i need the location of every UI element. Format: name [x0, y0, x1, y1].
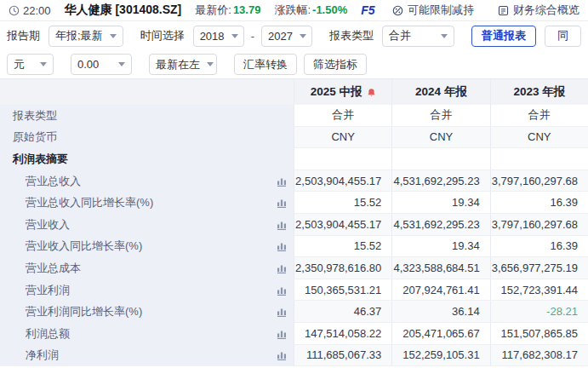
table-row: 利润总额 147,514,058.22 205,471,065.67 151,5… [0, 323, 588, 345]
order-value: 最新在左 [156, 57, 200, 72]
time-label: 22:00 [23, 4, 51, 17]
cell-value: 合并 [490, 105, 588, 127]
cell-value: 46.37 [294, 301, 391, 323]
row-label: 营业收入 [26, 217, 70, 233]
report-type-label: 报表类型 [329, 28, 374, 43]
cell-value: 150,365,531.21 [294, 279, 391, 302]
row-label-cell: 营业收入 [0, 214, 294, 236]
chevron-down-icon [231, 34, 238, 38]
row-label: 报表类型 [13, 108, 57, 124]
row-label: 营业收入同比增长率(%) [26, 239, 142, 254]
financial-overview-link[interactable]: 财务综合概览 [498, 3, 579, 18]
order-select[interactable]: 最新在左 [149, 54, 217, 75]
cell-value: 152,259,105.31 [391, 345, 489, 367]
fx-convert-button[interactable]: 汇率转换 [234, 54, 297, 75]
unit-value: 元 [14, 57, 25, 72]
row-label: 利润总额 [26, 326, 70, 342]
compare-report-button[interactable]: 同 [545, 26, 581, 47]
cell-value: 16.39 [490, 192, 588, 214]
report-period-label: 报告期 [7, 28, 40, 43]
cell-value: 147,514,058.22 [294, 323, 391, 345]
filter-indicator-button[interactable]: 筛选指标 [304, 54, 367, 75]
report-period-value: 年报;最新 [55, 28, 103, 43]
change-label: 涨跌幅: [274, 3, 311, 16]
cell-value: CNY [490, 127, 588, 149]
financial-overview-label: 财务综合概览 [513, 3, 579, 18]
bell-icon[interactable] [367, 88, 376, 97]
cell-value: 4,531,692,295.23 [391, 170, 489, 193]
cell-value: 117,682,308.17 [490, 345, 588, 367]
decimal-value: 0.00 [77, 58, 99, 71]
table-row: 营业总收入 2,503,904,455.17 4,531,692,295.23 … [0, 170, 588, 193]
change-value: -1.50% [312, 3, 347, 16]
row-label: 净利润 [26, 348, 59, 363]
cell-value: CNY [294, 127, 391, 149]
bar-chart-icon[interactable] [277, 198, 287, 208]
row-label-cell: 利润表摘要 [0, 148, 294, 170]
bar-chart-icon[interactable] [277, 307, 287, 317]
row-label-cell: 净利润 [0, 345, 294, 367]
year-from-select[interactable]: 2018 [193, 26, 244, 47]
report-period-select[interactable]: 年报;最新 [49, 26, 123, 47]
bar-chart-icon[interactable] [277, 241, 287, 251]
chevron-down-icon [207, 62, 214, 66]
latest-price-label: 最新价: [195, 3, 231, 16]
row-label-cell: 营业总收入 [0, 170, 294, 193]
row-label: 营业利润 [26, 283, 70, 298]
cell-value: 19.34 [391, 192, 489, 214]
clock-icon [9, 5, 20, 16]
cell-value: 4,531,692,295.23 [391, 214, 489, 236]
cell-value: 152,723,391.44 [490, 279, 588, 302]
row-label-cell: 营业总成本 [0, 257, 294, 279]
bar-chart-icon[interactable] [277, 176, 287, 187]
table-body: 报表类型 合并 合并 合并 原始货币 [0, 105, 588, 366]
table-row: 营业收入同比增长率(%) 15.52 19.34 16.39 [0, 236, 588, 258]
row-label-cell: 营业总收入同比增长率(%) [0, 192, 294, 214]
cell-value: 3,797,160,297.68 [490, 170, 588, 193]
year-range-separator: - [251, 30, 254, 43]
cell-value: 3,656,977,275.19 [490, 257, 588, 279]
restriction-notice-label: 可能限制减持 [408, 3, 474, 18]
year-to-select[interactable]: 2027 [261, 26, 312, 47]
cell-value: 36.14 [391, 301, 489, 323]
unit-select[interactable]: 元 [7, 54, 54, 75]
cell-value: 4,323,588,684.51 [391, 257, 489, 279]
column-header-2024: 2024 年报 [391, 79, 489, 105]
topbar: 22:00 华人健康 [301408.SZ] 最新价:13.79 涨跌幅:-1.… [0, 0, 588, 21]
restriction-notice-link[interactable]: 可能限制减持 [392, 3, 474, 18]
chevron-down-icon [110, 34, 117, 38]
bar-chart-icon[interactable] [277, 263, 287, 273]
table-row: 营业总成本 2,350,978,616.80 4,323,588,684.51 … [0, 257, 588, 279]
restriction-icon [392, 5, 403, 16]
latest-price-value: 13.79 [233, 3, 261, 16]
bar-chart-icon[interactable] [277, 220, 287, 230]
cell-value: 205,471,065.67 [391, 323, 489, 345]
chevron-down-icon [300, 34, 306, 38]
report-type-select[interactable]: 合并 [382, 26, 454, 47]
year-from-value: 2018 [200, 30, 225, 43]
cell-value: 111,685,067.33 [294, 345, 391, 367]
cell-value: 19.34 [391, 236, 489, 258]
bar-chart-icon[interactable] [277, 285, 287, 296]
clock-item: 22:00 [9, 4, 51, 17]
decimal-select[interactable]: 0.00 [71, 54, 132, 75]
row-label-cell: 营业利润 [0, 279, 294, 302]
financial-report-window: 22:00 华人健康 [301408.SZ] 最新价:13.79 涨跌幅:-1.… [0, 0, 588, 368]
table-row: 利润表摘要 [0, 148, 588, 170]
time-select-label: 时间选择 [140, 28, 185, 43]
row-label: 营业总收入 [26, 174, 81, 189]
table-row: 营业收入 2,503,904,455.17 4,531,692,295.23 3… [0, 214, 588, 236]
row-label: 营业总成本 [26, 261, 81, 276]
cell-value: 207,924,761.41 [391, 279, 489, 302]
cell-value: 2,350,978,616.80 [294, 257, 391, 279]
bar-chart-icon[interactable] [277, 350, 287, 360]
cell-value: 合并 [391, 105, 489, 127]
table-row: 净利润 111,685,067.33 152,259,105.31 117,68… [0, 345, 588, 367]
chevron-down-icon [118, 62, 125, 66]
table-row: 营业利润 150,365,531.21 207,924,761.41 152,7… [0, 279, 588, 302]
cell-value: 2,503,904,455.17 [294, 214, 391, 236]
normal-report-button[interactable]: 普通报表 [471, 26, 536, 47]
row-label-cell: 利润总额 [0, 323, 294, 345]
bar-chart-icon[interactable] [277, 329, 287, 339]
row-label-cell: 原始货币 [0, 127, 294, 149]
